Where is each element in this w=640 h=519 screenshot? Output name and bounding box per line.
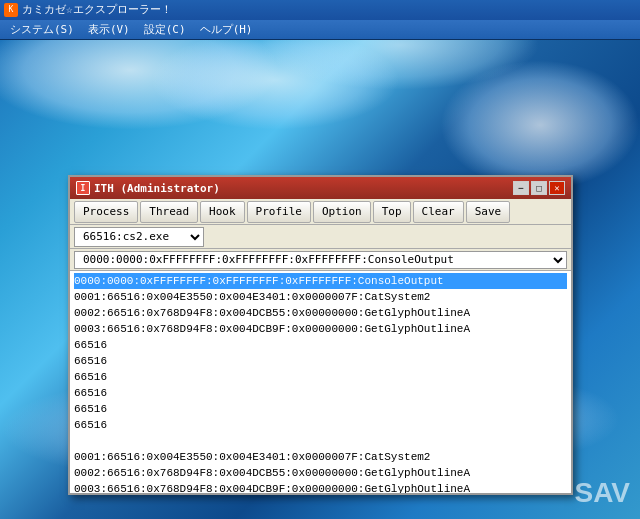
process-button[interactable]: Process: [74, 201, 138, 223]
save-button[interactable]: Save: [466, 201, 511, 223]
sav-watermark: SAV: [575, 477, 631, 509]
ith-title: ITH (Administrator): [94, 182, 513, 195]
log-line[interactable]: 0001:66516:0x004E3550:0x004E3401:0x00000…: [74, 289, 567, 305]
ith-window: I ITH (Administrator) − □ ✕ Process Thre…: [68, 175, 573, 495]
toolbar: Process Thread Hook Profile Option Top C…: [70, 199, 571, 225]
clear-button[interactable]: Clear: [413, 201, 464, 223]
maximize-button[interactable]: □: [531, 181, 547, 195]
hook-button[interactable]: Hook: [200, 201, 245, 223]
process-select-row: 66516:cs2.exe: [70, 225, 571, 249]
log-line[interactable]: 66516: [74, 385, 567, 401]
menu-system[interactable]: システム(S): [4, 21, 80, 38]
log-line[interactable]: 0000:0000:0xFFFFFFFF:0xFFFFFFFF:0xFFFFFF…: [74, 273, 567, 289]
ith-app-icon: I: [76, 181, 90, 195]
log-line[interactable]: 66516: [74, 401, 567, 417]
ith-titlebar: I ITH (Administrator) − □ ✕: [70, 177, 571, 199]
log-line[interactable]: [74, 433, 567, 449]
log-line[interactable]: 66516: [74, 369, 567, 385]
log-line[interactable]: 0003:66516:0x768D94F8:0x004DCB9F:0x00000…: [74, 321, 567, 337]
menu-view[interactable]: 表示(V): [82, 21, 136, 38]
log-area[interactable]: 0000:0000:0xFFFFFFFF:0xFFFFFFFF:0xFFFFFF…: [70, 271, 571, 493]
log-line[interactable]: 0002:66516:0x768D94F8:0x004DCB55:0x00000…: [74, 305, 567, 321]
log-line[interactable]: 66516: [74, 417, 567, 433]
close-button[interactable]: ✕: [549, 181, 565, 195]
option-button[interactable]: Option: [313, 201, 371, 223]
minimize-button[interactable]: −: [513, 181, 529, 195]
log-container: 0000:0000:0xFFFFFFFF:0xFFFFFFFF:0xFFFFFF…: [70, 271, 571, 493]
window-controls: − □ ✕: [513, 181, 565, 195]
log-line[interactable]: 0001:66516:0x004E3550:0x004E3401:0x00000…: [74, 449, 567, 465]
process-dropdown[interactable]: 66516:cs2.exe: [74, 227, 204, 247]
log-line[interactable]: 0003:66516:0x768D94F8:0x004DCB9F:0x00000…: [74, 481, 567, 493]
outer-window: K カミカゼ☆エクスプローラー！ システム(S) 表示(V) 設定(C) ヘルプ…: [0, 0, 640, 40]
top-button[interactable]: Top: [373, 201, 411, 223]
menu-settings[interactable]: 設定(C): [138, 21, 192, 38]
main-dropdown-row: 0000:0000:0xFFFFFFFF:0xFFFFFFFF:0xFFFFFF…: [70, 249, 571, 271]
outer-menubar: システム(S) 表示(V) 設定(C) ヘルプ(H): [0, 20, 640, 40]
profile-button[interactable]: Profile: [247, 201, 311, 223]
outer-titlebar: K カミカゼ☆エクスプローラー！: [0, 0, 640, 20]
log-line[interactable]: 66516: [74, 337, 567, 353]
hook-dropdown[interactable]: 0000:0000:0xFFFFFFFF:0xFFFFFFFF:0xFFFFFF…: [74, 251, 567, 269]
log-line[interactable]: 66516: [74, 353, 567, 369]
outer-window-title: カミカゼ☆エクスプローラー！: [22, 2, 172, 17]
menu-help[interactable]: ヘルプ(H): [194, 21, 259, 38]
thread-button[interactable]: Thread: [140, 201, 198, 223]
outer-app-icon: K: [4, 3, 18, 17]
log-line[interactable]: 0002:66516:0x768D94F8:0x004DCB55:0x00000…: [74, 465, 567, 481]
